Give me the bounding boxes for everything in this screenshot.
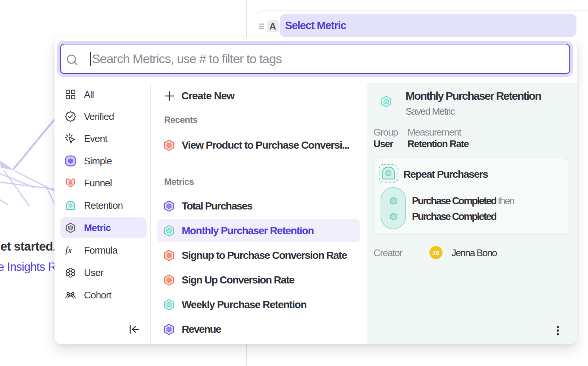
- svg-text:fx: fx: [65, 245, 72, 255]
